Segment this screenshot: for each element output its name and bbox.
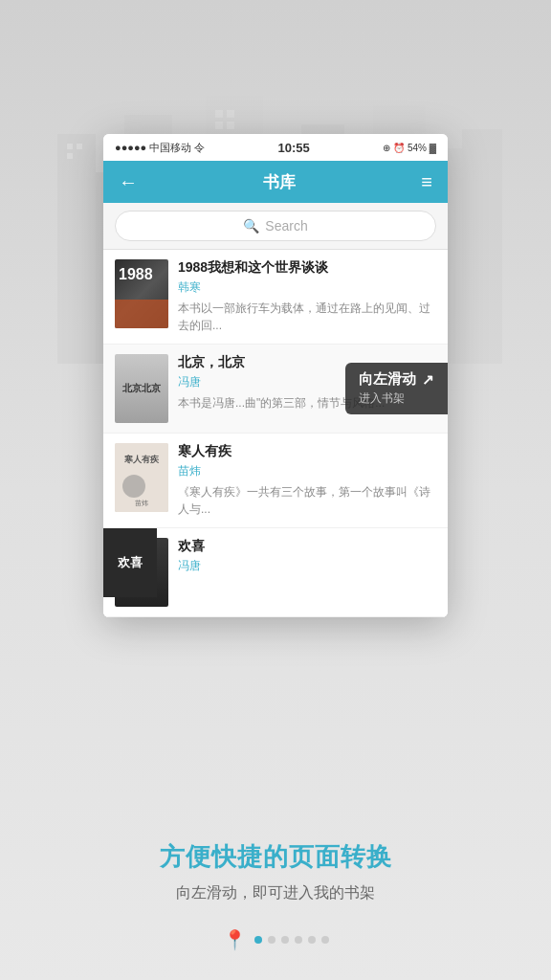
svg-text:苗炜: 苗炜 bbox=[135, 500, 148, 506]
tooltip-text: 向左滑动 bbox=[359, 370, 416, 389]
svg-rect-10 bbox=[462, 129, 502, 364]
pagination-dot-5[interactable] bbox=[321, 936, 329, 944]
inner-carrier: 中国移动 bbox=[149, 141, 191, 155]
svg-rect-17 bbox=[227, 122, 234, 129]
search-placeholder: Search bbox=[265, 218, 307, 234]
book-author: 冯唐 bbox=[178, 558, 436, 574]
inner-location-icon: ⊕ bbox=[383, 143, 390, 153]
swipe-tooltip: 向左滑动 ↗ 进入书架 bbox=[345, 363, 448, 414]
svg-rect-11 bbox=[67, 144, 73, 149]
svg-rect-15 bbox=[227, 110, 234, 118]
book-info: 寒人有疾 苗炜 《寒人有疾》一共有三个故事，第一个故事叫《诗人与... bbox=[178, 443, 436, 518]
location-pin-icon: 📍 bbox=[223, 928, 247, 951]
book-desc: 《寒人有疾》一共有三个故事，第一个故事叫《诗人与... bbox=[178, 483, 436, 518]
inner-wifi-icon: 令 bbox=[194, 141, 205, 155]
search-icon: 🔍 bbox=[243, 218, 259, 234]
bottom-content: 方便快捷的页面转换 向左滑动，即可进入我的书架 bbox=[0, 840, 551, 903]
search-bar: 🔍 Search bbox=[103, 203, 448, 250]
book-author: 韩寒 bbox=[178, 279, 436, 296]
book-desc: 本书以一部旅行车为载体，通过在路上的见闻、过去的回... bbox=[178, 300, 436, 334]
cover-image bbox=[115, 259, 168, 328]
pagination: 📍 bbox=[0, 928, 551, 951]
inner-time: 10:55 bbox=[277, 141, 309, 155]
svg-text:寒人有疾: 寒人有疾 bbox=[124, 454, 160, 464]
list-item[interactable]: 1988我想和这个世界谈谈 韩寒 本书以一部旅行车为载体，通过在路上的见闻、过去… bbox=[103, 250, 448, 345]
book-title: 寒人有疾 bbox=[178, 443, 436, 460]
pagination-dot-0[interactable] bbox=[254, 936, 262, 944]
back-button[interactable]: ← bbox=[119, 171, 138, 193]
inner-signal-dots: ●●●●● bbox=[115, 142, 146, 153]
list-item[interactable]: 欢喜 欢喜 冯唐 bbox=[103, 528, 448, 617]
book-cover-xianren: 寒人有疾 苗炜 bbox=[115, 443, 168, 512]
pagination-dots bbox=[254, 936, 329, 944]
book-cover-1988 bbox=[115, 259, 168, 328]
book-cover-beijing bbox=[115, 354, 168, 423]
inner-status-bar: ●●●●● 中国移动 令 10:55 ⊕ ⏰ 54% ▓ bbox=[103, 134, 448, 161]
pagination-dot-1[interactable] bbox=[268, 936, 276, 944]
cover-image: 寒人有疾 苗炜 bbox=[115, 443, 168, 512]
svg-rect-14 bbox=[215, 110, 223, 118]
cover-image bbox=[115, 354, 168, 423]
book-author: 苗炜 bbox=[178, 463, 436, 479]
app-header: ← 书库 ≡ bbox=[103, 161, 448, 203]
svg-point-20 bbox=[122, 475, 145, 498]
book-info: 1988我想和这个世界谈谈 韩寒 本书以一部旅行车为载体，通过在路上的见闻、过去… bbox=[178, 259, 436, 334]
inner-status-left: ●●●●● 中国移动 令 bbox=[115, 141, 205, 155]
bottom-title: 方便快捷的页面转换 bbox=[0, 840, 551, 874]
tooltip-sub: 进入书架 bbox=[359, 390, 405, 407]
book-info: 欢喜 冯唐 bbox=[178, 538, 436, 578]
svg-rect-12 bbox=[77, 144, 82, 149]
inner-battery: 54% ▓ bbox=[408, 143, 436, 153]
tooltip-arrow: ↗ bbox=[422, 371, 434, 389]
svg-rect-13 bbox=[67, 153, 73, 159]
inner-alarm-icon: ⏰ bbox=[393, 143, 405, 153]
phone-mockup: ●●●●● 中国移动 令 10:55 ⊕ ⏰ 54% ▓ ← 书库 ≡ 🔍 Se… bbox=[103, 134, 448, 617]
cover-image: 欢喜 bbox=[115, 538, 168, 607]
list-item[interactable]: 寒人有疾 苗炜 寒人有疾 苗炜 《寒人有疾》一共有三个故事，第一个故事叫《诗人与… bbox=[103, 434, 448, 528]
header-title: 书库 bbox=[263, 171, 296, 193]
menu-button[interactable]: ≡ bbox=[421, 171, 432, 193]
tooltip-main: 向左滑动 ↗ bbox=[359, 370, 434, 389]
book-list: 1988我想和这个世界谈谈 韩寒 本书以一部旅行车为载体，通过在路上的见闻、过去… bbox=[103, 250, 448, 617]
book-title: 欢喜 bbox=[178, 538, 436, 555]
pagination-dot-3[interactable] bbox=[295, 936, 302, 944]
pagination-dot-2[interactable] bbox=[281, 936, 289, 944]
search-input[interactable]: 🔍 Search bbox=[115, 211, 436, 241]
book-title: 1988我想和这个世界谈谈 bbox=[178, 259, 436, 277]
list-item[interactable]: 北京，北京 冯唐 本书是冯唐...曲"的第三部，情节与风格... 向左滑动 ↗ … bbox=[103, 345, 448, 434]
svg-rect-16 bbox=[215, 122, 223, 129]
svg-rect-0 bbox=[57, 134, 96, 364]
svg-text:欢喜: 欢喜 bbox=[117, 555, 143, 569]
inner-status-right: ⊕ ⏰ 54% ▓ bbox=[383, 143, 436, 153]
book-cover-huanxi: 欢喜 bbox=[115, 538, 168, 607]
bottom-desc: 向左滑动，即可进入我的书架 bbox=[0, 883, 551, 903]
pagination-dot-4[interactable] bbox=[308, 936, 316, 944]
